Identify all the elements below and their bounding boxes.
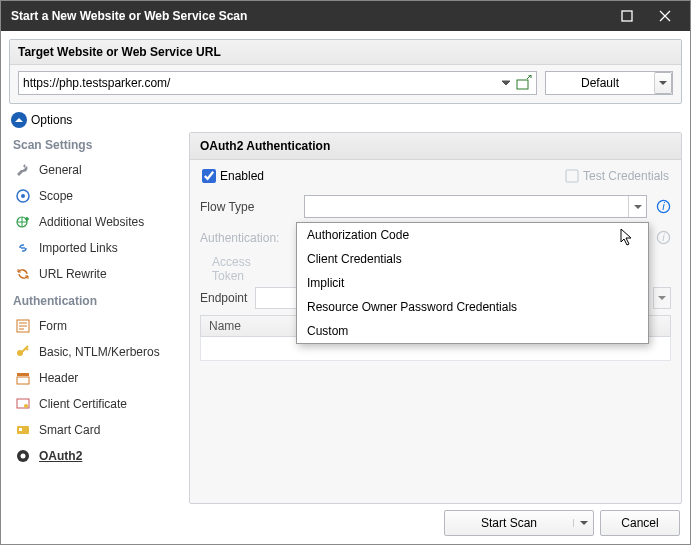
authentication-info-icon: i xyxy=(655,230,671,246)
sidebar: Scan Settings General Scope Additional W… xyxy=(9,132,181,504)
header-icon xyxy=(15,370,31,386)
svg-rect-8 xyxy=(17,377,29,384)
flow-option-authorization-code[interactable]: Authorization Code xyxy=(297,223,648,247)
sidebar-item-imported-links[interactable]: Imported Links xyxy=(9,236,181,260)
sidebar-item-label: Smart Card xyxy=(39,423,100,437)
globe-plus-icon xyxy=(15,214,31,230)
flow-type-label: Flow Type xyxy=(200,200,296,214)
target-panel: Target Website or Web Service URL Defaul… xyxy=(9,39,682,104)
svg-rect-11 xyxy=(17,426,29,434)
sidebar-item-scope[interactable]: Scope xyxy=(9,184,181,208)
wrench-icon xyxy=(15,162,31,178)
options-toggle[interactable]: Options xyxy=(1,112,690,132)
url-history-dropdown[interactable] xyxy=(498,75,514,91)
maximize-button[interactable] xyxy=(608,1,646,31)
authentication-label: Authentication: xyxy=(200,231,296,245)
sidebar-item-oauth2[interactable]: OAuth2 xyxy=(9,444,181,468)
enabled-label: Enabled xyxy=(220,169,264,183)
target-icon xyxy=(15,188,31,204)
key-icon xyxy=(15,344,31,360)
svg-rect-15 xyxy=(566,170,578,182)
chevron-up-icon xyxy=(11,112,27,128)
sidebar-item-label: Additional Websites xyxy=(39,215,144,229)
oauth-icon xyxy=(15,448,31,464)
svg-point-14 xyxy=(21,454,26,459)
browse-icon[interactable] xyxy=(516,75,532,91)
flow-type-caret[interactable] xyxy=(628,196,646,217)
sidebar-item-label: Client Certificate xyxy=(39,397,127,411)
svg-text:i: i xyxy=(662,231,665,243)
start-scan-caret[interactable] xyxy=(573,519,593,527)
test-credentials-label: Test Credentials xyxy=(583,169,669,183)
flow-type-info-icon[interactable]: i xyxy=(655,199,671,215)
form-icon xyxy=(15,318,31,334)
sidebar-item-header[interactable]: Header xyxy=(9,366,181,390)
card-icon xyxy=(15,422,31,438)
options-label: Options xyxy=(31,113,72,127)
svg-rect-12 xyxy=(19,428,22,431)
cancel-button[interactable]: Cancel xyxy=(600,510,680,536)
oauth-heading: OAuth2 Authentication xyxy=(190,133,681,160)
scan-profile-caret[interactable] xyxy=(654,72,672,94)
sidebar-item-label: OAuth2 xyxy=(39,449,82,463)
access-token-label: Access Token xyxy=(200,255,280,283)
cancel-label: Cancel xyxy=(621,516,658,530)
flow-option-implicit[interactable]: Implicit xyxy=(297,271,648,295)
close-button[interactable] xyxy=(646,1,684,31)
sidebar-item-url-rewrite[interactable]: URL Rewrite xyxy=(9,262,181,286)
sidebar-item-label: Imported Links xyxy=(39,241,118,255)
sidebar-item-label: URL Rewrite xyxy=(39,267,107,281)
target-heading: Target Website or Web Service URL xyxy=(10,40,681,65)
flow-option-resource-owner[interactable]: Resource Owner Password Credentials xyxy=(297,295,648,319)
section-scan-settings: Scan Settings xyxy=(9,132,181,156)
url-field[interactable] xyxy=(18,71,537,95)
svg-point-10 xyxy=(24,404,28,408)
sidebar-item-basic[interactable]: Basic, NTLM/Kerberos xyxy=(9,340,181,364)
link-icon xyxy=(15,240,31,256)
start-scan-button[interactable]: Start Scan xyxy=(444,510,594,536)
certificate-icon xyxy=(15,396,31,412)
flow-type-options: Authorization Code Client Credentials Im… xyxy=(296,222,649,344)
flow-option-client-credentials[interactable]: Client Credentials xyxy=(297,247,648,271)
sidebar-item-label: Scope xyxy=(39,189,73,203)
oauth-panel: OAuth2 Authentication Enabled Test Crede… xyxy=(189,132,682,504)
url-input[interactable] xyxy=(23,73,498,93)
sidebar-item-label: Form xyxy=(39,319,67,333)
svg-text:i: i xyxy=(662,200,665,212)
enabled-checkbox[interactable]: Enabled xyxy=(202,169,264,183)
test-credentials-button[interactable]: Test Credentials xyxy=(565,169,669,183)
enabled-checkbox-input[interactable] xyxy=(202,169,216,183)
endpoint-label: Endpoint xyxy=(200,291,247,305)
sidebar-item-general[interactable]: General xyxy=(9,158,181,182)
rewrite-icon xyxy=(15,266,31,282)
svg-rect-0 xyxy=(622,11,632,21)
sidebar-item-additional-websites[interactable]: Additional Websites xyxy=(9,210,181,234)
sidebar-item-client-certificate[interactable]: Client Certificate xyxy=(9,392,181,416)
svg-point-3 xyxy=(21,194,25,198)
window-title: Start a New Website or Web Service Scan xyxy=(11,9,247,23)
svg-rect-7 xyxy=(17,373,29,376)
svg-rect-1 xyxy=(517,80,528,89)
titlebar: Start a New Website or Web Service Scan xyxy=(1,1,690,31)
scan-profile-value: Default xyxy=(546,76,654,90)
sidebar-item-label: Basic, NTLM/Kerberos xyxy=(39,345,160,359)
sidebar-item-label: General xyxy=(39,163,82,177)
flow-option-custom[interactable]: Custom xyxy=(297,319,648,343)
endpoint-dropdown-button[interactable] xyxy=(653,287,671,309)
flow-type-combo[interactable] xyxy=(304,195,647,218)
start-scan-label: Start Scan xyxy=(445,516,573,530)
section-authentication: Authentication xyxy=(9,288,181,312)
footer: Start Scan Cancel xyxy=(444,510,680,536)
scan-profile-combo[interactable]: Default xyxy=(545,71,673,95)
sidebar-item-smart-card[interactable]: Smart Card xyxy=(9,418,181,442)
sidebar-item-form[interactable]: Form xyxy=(9,314,181,338)
sidebar-item-label: Header xyxy=(39,371,78,385)
